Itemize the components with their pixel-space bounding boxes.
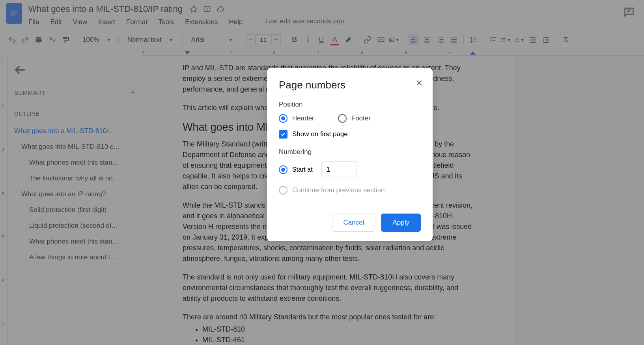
position-label: Position (279, 101, 421, 109)
start-at-radio[interactable] (279, 165, 287, 174)
footer-radio-label: Footer (351, 114, 371, 122)
dialog-title: Page numbers (279, 79, 421, 91)
continue-radio (279, 186, 287, 195)
apply-button[interactable]: Apply (381, 214, 421, 232)
show-first-page-checkbox[interactable] (279, 130, 287, 139)
start-at-input[interactable] (321, 161, 357, 178)
start-at-label: Start at (292, 166, 313, 173)
close-icon[interactable] (414, 78, 424, 88)
page-numbers-dialog: Page numbers Position Header Footer Show… (267, 68, 433, 241)
header-radio[interactable] (279, 114, 287, 123)
footer-radio[interactable] (338, 114, 347, 123)
continue-label: Continue from previous section (292, 186, 385, 194)
show-first-page-label: Show on first page (292, 130, 348, 138)
cancel-button[interactable]: Cancel (332, 214, 376, 232)
header-radio-label: Header (292, 114, 314, 122)
numbering-label: Numbering (279, 148, 421, 156)
